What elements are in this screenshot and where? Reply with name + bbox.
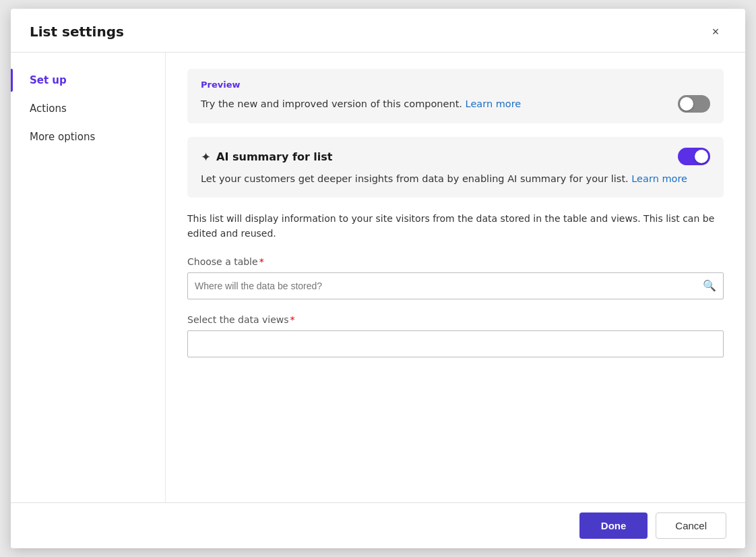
ai-learn-more-link[interactable]: Learn more bbox=[631, 173, 687, 184]
preview-toggle-thumb bbox=[680, 97, 693, 111]
dialog-footer: Done Cancel bbox=[11, 502, 745, 548]
ai-card-title: AI summary for list bbox=[216, 150, 332, 163]
ai-description: Let your customers get deeper insights f… bbox=[201, 172, 710, 187]
preview-toggle-track bbox=[678, 95, 710, 113]
sidebar-item-more-options[interactable]: More options bbox=[11, 123, 165, 151]
preview-toggle[interactable] bbox=[678, 95, 710, 113]
dialog-header: List settings × bbox=[11, 9, 745, 53]
ai-title-row: ✦ AI summary for list bbox=[201, 150, 333, 164]
sidebar-item-actions[interactable]: Actions bbox=[11, 94, 165, 123]
ai-toggle-thumb bbox=[695, 150, 708, 163]
dialog-body: Set up Actions More options Preview Try … bbox=[11, 53, 745, 502]
ai-sparkle-icon: ✦ bbox=[201, 150, 211, 164]
preview-learn-more-link[interactable]: Learn more bbox=[466, 98, 522, 109]
ai-toggle-track bbox=[678, 148, 710, 165]
sidebar: Set up Actions More options bbox=[11, 53, 166, 502]
preview-row: Try the new and improved version of this… bbox=[201, 95, 710, 113]
choose-table-input[interactable] bbox=[195, 281, 703, 291]
close-button[interactable]: × bbox=[705, 21, 726, 42]
select-views-required-star: * bbox=[290, 314, 295, 325]
choose-table-input-wrapper: 🔍 bbox=[187, 272, 724, 299]
choose-table-label: Choose a table* bbox=[187, 256, 724, 267]
list-settings-dialog: List settings × Set up Actions More opti… bbox=[11, 9, 745, 548]
select-views-input[interactable] bbox=[187, 330, 724, 357]
cancel-button[interactable]: Cancel bbox=[656, 512, 726, 539]
select-views-field: Select the data views* bbox=[187, 314, 724, 357]
select-views-label: Select the data views* bbox=[187, 314, 724, 325]
preview-text: Try the new and improved version of this… bbox=[201, 98, 667, 109]
ai-card-header: ✦ AI summary for list bbox=[201, 148, 710, 165]
preview-card: Preview Try the new and improved version… bbox=[187, 69, 724, 123]
sidebar-item-setup[interactable]: Set up bbox=[11, 66, 165, 94]
main-content: Preview Try the new and improved version… bbox=[166, 53, 745, 502]
ai-toggle[interactable] bbox=[678, 148, 710, 165]
choose-table-field: Choose a table* 🔍 bbox=[187, 256, 724, 299]
done-button[interactable]: Done bbox=[579, 512, 648, 539]
dialog-title: List settings bbox=[30, 24, 124, 40]
ai-summary-card: ✦ AI summary for list Let your customers… bbox=[187, 137, 724, 198]
preview-label: Preview bbox=[201, 80, 710, 90]
search-icon: 🔍 bbox=[703, 279, 716, 292]
choose-table-required-star: * bbox=[259, 256, 264, 267]
info-text: This list will display information to yo… bbox=[187, 211, 724, 241]
